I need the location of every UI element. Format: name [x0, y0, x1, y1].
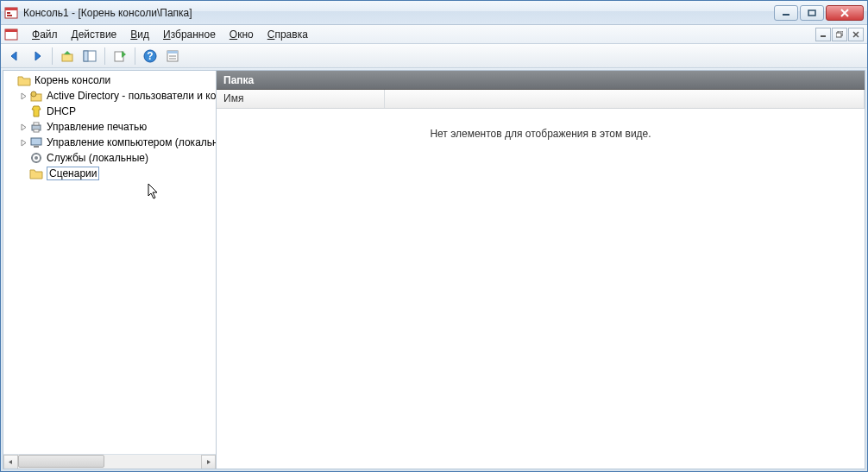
scroll-left-button[interactable] — [3, 455, 18, 469]
ad-icon — [29, 89, 43, 103]
expand-icon[interactable] — [17, 105, 29, 117]
svg-text:?: ? — [147, 50, 153, 62]
svg-rect-7 — [5, 29, 17, 32]
titlebar[interactable]: Консоль1 - [Корень консоли\Папка] — [1, 1, 867, 25]
svg-point-29 — [35, 156, 38, 160]
scroll-right-button[interactable] — [201, 455, 216, 469]
tree-item-editing[interactable]: Сценарии — [3, 166, 216, 181]
window-title: Консоль1 - [Корень консоли\Папка] — [23, 7, 774, 19]
properties-button[interactable] — [162, 46, 183, 66]
svg-rect-24 — [34, 123, 39, 125]
svg-rect-13 — [84, 51, 88, 61]
svg-rect-1 — [5, 8, 17, 10]
menu-favorites[interactable]: Избранное — [156, 27, 223, 42]
tree-item[interactable]: Службы (локальные) — [3, 150, 216, 166]
up-button[interactable] — [57, 46, 78, 66]
export-button[interactable] — [110, 46, 130, 66]
toolbar-separator — [135, 47, 135, 65]
mdi-controls — [815, 28, 864, 41]
minimize-button[interactable] — [774, 5, 798, 21]
svg-rect-4 — [783, 14, 789, 16]
help-button[interactable]: ? — [140, 46, 160, 66]
tree-node-label: Управление печатью — [47, 121, 147, 133]
tree-node-label: Active Directory - пользователи и компью… — [47, 90, 216, 102]
svg-point-22 — [31, 91, 36, 97]
expand-icon[interactable] — [17, 136, 29, 148]
toolbar-separator — [52, 47, 53, 65]
folder-icon — [29, 167, 43, 180]
collapse-icon[interactable] — [5, 74, 17, 86]
menu-window[interactable]: Окно — [223, 27, 261, 42]
svg-rect-3 — [7, 15, 12, 16]
tree-pane: Корень консоли Active Directory - пользо… — [3, 71, 217, 469]
app-icon — [4, 6, 18, 20]
menu-view[interactable]: Вид — [123, 27, 156, 42]
column-header-empty[interactable] — [385, 90, 865, 108]
svg-rect-11 — [62, 54, 72, 61]
console-tree[interactable]: Корень консоли Active Directory - пользо… — [3, 71, 216, 454]
tree-root[interactable]: Корень консоли — [3, 72, 216, 88]
svg-rect-18 — [167, 51, 178, 53]
show-hide-tree-button[interactable] — [79, 46, 100, 66]
expand-icon[interactable] — [17, 152, 29, 164]
tree-item[interactable]: DHCP — [3, 104, 216, 119]
svg-rect-5 — [808, 10, 815, 16]
svg-rect-27 — [34, 146, 39, 148]
tree-node-label: DHCP — [47, 105, 76, 117]
window-controls — [774, 5, 864, 21]
computer-icon — [29, 135, 43, 149]
svg-rect-10 — [836, 33, 841, 37]
tree-item[interactable]: Active Directory - пользователи и компью… — [3, 88, 216, 104]
print-icon — [29, 120, 43, 134]
toolbar-separator — [104, 47, 105, 65]
empty-message: Нет элементов для отображения в этом вид… — [430, 128, 651, 140]
svg-rect-2 — [7, 12, 10, 14]
svg-rect-26 — [31, 138, 41, 145]
menu-action[interactable]: Действие — [65, 27, 124, 42]
content-area: Корень консоли Active Directory - пользо… — [3, 70, 865, 469]
tree-node-label: Управление компьютером (локальным) — [47, 136, 216, 148]
horizontal-scrollbar[interactable] — [3, 454, 216, 469]
forward-button[interactable] — [27, 46, 47, 66]
folder-icon — [17, 73, 31, 87]
expand-icon[interactable] — [17, 121, 29, 133]
mdi-icon — [3, 26, 20, 43]
tree-item[interactable]: Управление печатью — [3, 119, 216, 135]
mdi-close-button[interactable] — [848, 28, 864, 41]
menu-help[interactable]: Справка — [261, 27, 315, 42]
maximize-button[interactable] — [800, 5, 824, 21]
svg-rect-8 — [821, 35, 826, 37]
toolbar: ? — [1, 44, 867, 68]
mdi-restore-button[interactable] — [832, 28, 847, 41]
menu-file[interactable]: Файл — [25, 27, 65, 42]
list-header: Имя — [217, 90, 865, 109]
column-header-name[interactable]: Имя — [217, 90, 385, 108]
svg-rect-25 — [34, 129, 39, 132]
dhcp-icon — [29, 104, 43, 118]
services-icon — [29, 151, 43, 165]
menubar: Файл Действие Вид Избранное Окно Справка — [1, 25, 867, 44]
mdi-minimize-button[interactable] — [815, 28, 831, 41]
detail-header: Папка — [217, 71, 865, 90]
tree-node-label: Корень консоли — [35, 74, 110, 86]
detail-pane: Папка Имя Нет элементов для отображения … — [217, 71, 865, 469]
main-window: Консоль1 - [Корень консоли\Папка] Файл Д… — [0, 0, 868, 472]
expand-icon[interactable] — [17, 90, 29, 102]
scroll-thumb[interactable] — [18, 455, 104, 468]
tree-node-label: Службы (локальные) — [47, 152, 148, 164]
list-body: Нет элементов для отображения в этом вид… — [217, 109, 865, 469]
scroll-track[interactable] — [18, 455, 201, 469]
rename-input[interactable]: Сценарии — [47, 167, 99, 180]
tree-item[interactable]: Управление компьютером (локальным) — [3, 135, 216, 150]
close-button[interactable] — [826, 5, 864, 21]
back-button[interactable] — [4, 46, 25, 66]
